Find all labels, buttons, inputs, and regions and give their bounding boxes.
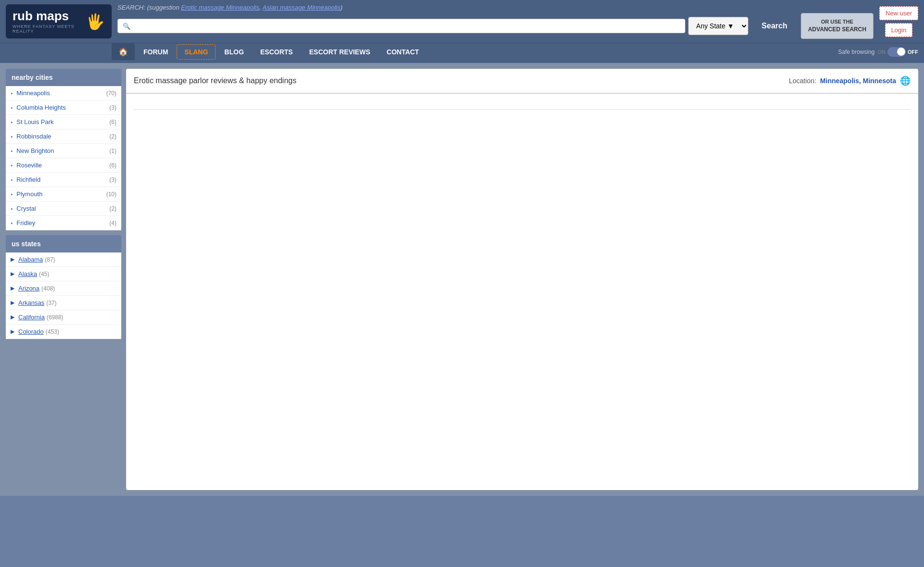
safe-browsing-toggle[interactable] (887, 47, 906, 57)
nav-home[interactable]: 🏠 (112, 43, 135, 60)
state-arrow-icon: ▶ (11, 328, 14, 335)
sidebar-state-item[interactable]: ▶ Arizona (408) (6, 281, 121, 296)
city-icon: ▪ (11, 119, 13, 126)
nearby-cities-list: ▪ Minneapolis (70) ▪ Columbia Heights (3… (6, 86, 121, 230)
state-link[interactable]: Arkansas (18, 299, 44, 306)
city-link[interactable]: Fridley (16, 219, 109, 227)
nav-contact[interactable]: CONTACT (379, 44, 426, 60)
city-link[interactable]: St Louis Park (16, 118, 109, 126)
location-city: Minneapolis, Minnesota (820, 77, 896, 85)
search-hint: SEARCH: (suggestion Erotic massage Minne… (117, 4, 873, 11)
header: rub maps WHERE FANTASY MEETS REALITY 🖐 S… (0, 0, 924, 43)
search-area: SEARCH: (suggestion Erotic massage Minne… (117, 4, 873, 39)
table-header (134, 103, 911, 110)
search-icon: 🔍 (123, 23, 130, 30)
nav-items: 🏠 FORUM SLANG BLOG ESCORTS ESCORT REVIEW… (6, 43, 838, 60)
city-link[interactable]: Plymouth (16, 190, 106, 198)
sidebar-state-item[interactable]: ▶ California (6988) (6, 310, 121, 325)
state-link[interactable]: Colorado (18, 328, 44, 335)
advanced-search-button[interactable]: OR USE THE ADVANCED SEARCH (801, 13, 873, 39)
city-icon: ▪ (11, 176, 13, 183)
nav-slang[interactable]: SLANG (177, 44, 216, 60)
sidebar-state-item[interactable]: ▶ Alaska (45) (6, 267, 121, 281)
state-link[interactable]: California (18, 314, 45, 321)
location-info: Location: Minneapolis, Minnesota 🌐 (789, 76, 911, 86)
city-link[interactable]: Roseville (16, 162, 109, 169)
nav-blog[interactable]: BLOG (217, 44, 251, 60)
new-user-button[interactable]: New user (879, 6, 918, 20)
main: nearby cities ▪ Minneapolis (70) ▪ Colum… (0, 63, 924, 496)
location-icon[interactable]: 🌐 (900, 76, 911, 86)
state-arrow-icon: ▶ (11, 314, 14, 320)
hand-icon: 🖐 (86, 13, 105, 31)
nav: 🏠 FORUM SLANG BLOG ESCORTS ESCORT REVIEW… (0, 43, 924, 63)
listings (126, 94, 918, 114)
login-button[interactable]: Login (885, 23, 913, 37)
toggle-wrap[interactable]: ON OFF (878, 47, 919, 57)
search-button[interactable]: Search (751, 17, 798, 35)
state-count: (6988) (47, 314, 64, 321)
state-count: (453) (46, 328, 59, 335)
sidebar-state-item[interactable]: ▶ Arkansas (37) (6, 296, 121, 310)
sidebar-city-item[interactable]: ▪ Minneapolis (70) (6, 86, 121, 101)
sidebar-city-item[interactable]: ▪ Richfield (3) (6, 173, 121, 187)
city-count: (2) (109, 205, 116, 212)
city-count: (10) (106, 191, 116, 198)
sidebar-city-item[interactable]: ▪ Roseville (6) (6, 158, 121, 173)
state-link[interactable]: Alaska (18, 270, 37, 277)
us-states-list: ▶ Alabama (87) ▶ Alaska (45) ▶ Arizona (… (6, 252, 121, 339)
sidebar-state-item[interactable]: ▶ Colorado (453) (6, 325, 121, 339)
search-input[interactable] (133, 22, 680, 30)
nav-forum[interactable]: FORUM (136, 44, 176, 60)
sidebar: nearby cities ▪ Minneapolis (70) ▪ Colum… (6, 69, 121, 490)
state-select[interactable]: Any State ▼ (688, 17, 748, 35)
hint-link-asian[interactable]: Asian massage Minneapolis (263, 4, 341, 11)
nav-escorts[interactable]: ESCORTS (253, 44, 301, 60)
city-link[interactable]: Columbia Heights (16, 104, 109, 111)
city-count: (2) (109, 133, 116, 140)
logo-text: rub maps WHERE FANTASY MEETS REALITY (13, 9, 82, 34)
city-count: (1) (109, 148, 116, 154)
city-icon: ▪ (11, 205, 13, 212)
content-header: Erotic massage parlor reviews & happy en… (126, 69, 918, 93)
city-icon: ▪ (11, 191, 13, 198)
hint-link-erotic[interactable]: Erotic massage Minneapolis (181, 4, 259, 11)
city-icon: ▪ (11, 133, 13, 140)
state-arrow-icon: ▶ (11, 271, 14, 277)
sidebar-state-item[interactable]: ▶ Alabama (87) (6, 252, 121, 267)
logo-area: rub maps WHERE FANTASY MEETS REALITY 🖐 (6, 4, 112, 38)
city-link[interactable]: Richfield (16, 176, 109, 183)
sidebar-city-item[interactable]: ▪ Plymouth (10) (6, 187, 121, 202)
city-icon: ▪ (11, 148, 13, 154)
city-count: (3) (109, 104, 116, 111)
safe-browsing: Safe browsing ON OFF (838, 47, 918, 57)
city-icon: ▪ (11, 162, 13, 169)
state-link[interactable]: Alabama (18, 256, 43, 263)
sidebar-city-item[interactable]: ▪ Fridley (4) (6, 216, 121, 230)
state-count: (408) (41, 285, 55, 292)
city-link[interactable]: New Brighton (16, 147, 109, 154)
city-icon: ▪ (11, 104, 13, 111)
sidebar-city-item[interactable]: ▪ Crystal (2) (6, 202, 121, 216)
city-link[interactable]: Minneapolis (16, 89, 106, 97)
state-arrow-icon: ▶ (11, 285, 14, 291)
state-count: (45) (39, 271, 49, 277)
sidebar-city-item[interactable]: ▪ Robbinsdale (2) (6, 129, 121, 144)
city-link[interactable]: Crystal (16, 205, 109, 212)
state-count: (37) (46, 300, 56, 306)
city-count: (6) (109, 162, 116, 169)
state-arrow-icon: ▶ (11, 256, 14, 263)
sidebar-city-item[interactable]: ▪ Columbia Heights (3) (6, 101, 121, 115)
state-link[interactable]: Arizona (18, 285, 39, 292)
content-area: Erotic massage parlor reviews & happy en… (126, 69, 918, 490)
search-input-wrap: 🔍 (117, 19, 685, 33)
state-arrow-icon: ▶ (11, 300, 14, 306)
user-actions: New user Login (879, 6, 918, 37)
logo-box: rub maps WHERE FANTASY MEETS REALITY 🖐 (6, 4, 112, 38)
city-link[interactable]: Robbinsdale (16, 133, 109, 140)
us-states-header: us states (6, 235, 121, 252)
city-icon: ▪ (11, 90, 13, 97)
nav-escort-reviews[interactable]: ESCORT REVIEWS (301, 44, 378, 60)
sidebar-city-item[interactable]: ▪ St Louis Park (6) (6, 115, 121, 129)
sidebar-city-item[interactable]: ▪ New Brighton (1) (6, 144, 121, 158)
